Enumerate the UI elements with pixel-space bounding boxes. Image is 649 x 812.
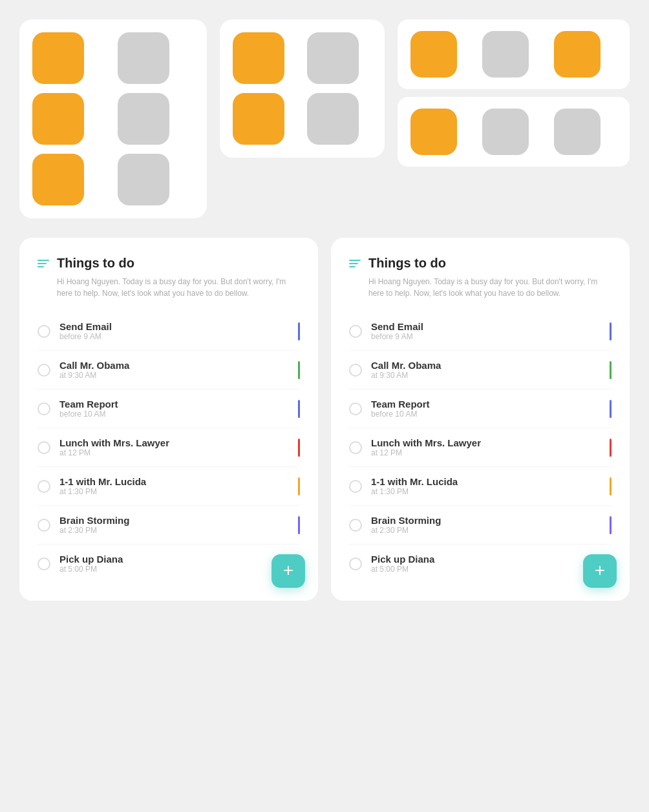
- todo-checkbox[interactable]: [349, 402, 362, 415]
- todo-time: before 9 AM: [59, 332, 293, 341]
- todo-name: Pick up Diana: [371, 554, 604, 565]
- app-icon[interactable]: [233, 32, 284, 84]
- todo-time: at 5:00 PM: [59, 565, 293, 574]
- todo-text: Call Mr. Obama at 9:30 AM: [59, 360, 293, 380]
- todo-indicator: [298, 439, 300, 457]
- todo-card-right: Things to do Hi Hoang Nguyen. Today is a…: [331, 238, 630, 601]
- app-icon[interactable]: [118, 154, 169, 205]
- todo-name: 1-1 with Mr. Lucida: [371, 476, 604, 487]
- todo-indicator: [298, 400, 300, 418]
- todo-time: before 10 AM: [59, 410, 293, 419]
- todo-checkbox[interactable]: [349, 519, 362, 532]
- todo-list-left: Send Email before 9 AM Call Mr. Obama at…: [37, 312, 300, 583]
- todo-indicator: [298, 516, 300, 534]
- todo-item: Call Mr. Obama at 9:30 AM: [37, 351, 300, 390]
- todo-indicator: [298, 477, 300, 495]
- top-section: [19, 19, 630, 218]
- todo-checkbox[interactable]: [349, 480, 362, 493]
- icon-grid-1: [32, 32, 194, 205]
- app-icon[interactable]: [233, 93, 284, 145]
- todo-subtitle-left: Hi Hoang Nguyen. Today is a busy day for…: [37, 276, 300, 299]
- todo-item: 1-1 with Mr. Lucida at 1:30 PM: [349, 467, 612, 506]
- todo-indicator: [610, 439, 612, 457]
- todo-name: Call Mr. Obama: [371, 360, 604, 371]
- todo-time: at 2:30 PM: [371, 526, 604, 535]
- todo-indicator: [610, 477, 612, 495]
- app-grid-card-2: [220, 19, 385, 158]
- todo-checkbox[interactable]: [349, 557, 362, 570]
- todo-text: Pick up Diana at 5:00 PM: [371, 554, 604, 574]
- todo-list-right: Send Email before 9 AM Call Mr. Obama at…: [349, 312, 612, 583]
- todo-text: Brain Storming at 2:30 PM: [59, 515, 293, 535]
- todo-indicator: [610, 400, 612, 418]
- todo-checkbox[interactable]: [37, 480, 50, 493]
- todo-checkbox[interactable]: [37, 402, 50, 415]
- todo-checkbox[interactable]: [37, 364, 50, 377]
- todo-name: Call Mr. Obama: [59, 360, 293, 371]
- filter-icon[interactable]: [37, 260, 49, 267]
- icon-grid-2: [233, 32, 372, 145]
- todo-header-left: Things to do: [37, 256, 300, 271]
- todo-indicator: [610, 361, 612, 379]
- todo-indicator: [610, 322, 612, 340]
- todo-checkbox[interactable]: [349, 364, 362, 377]
- app-icon[interactable]: [307, 32, 359, 84]
- todo-item: Brain Storming at 2:30 PM: [37, 506, 300, 545]
- todo-text: Call Mr. Obama at 9:30 AM: [371, 360, 604, 380]
- todo-name: Lunch with Mrs. Lawyer: [371, 437, 604, 448]
- todo-checkbox[interactable]: [37, 519, 50, 532]
- todo-text: Team Report before 10 AM: [59, 399, 293, 419]
- todo-time: before 9 AM: [371, 332, 604, 341]
- todo-card-left: Things to do Hi Hoang Nguyen. Today is a…: [19, 238, 318, 601]
- app-icon[interactable]: [118, 32, 169, 84]
- todo-item: Call Mr. Obama at 9:30 AM: [349, 351, 612, 390]
- todo-time: at 1:30 PM: [59, 487, 293, 496]
- todo-time: at 5:00 PM: [371, 565, 604, 574]
- icon-row-1: [410, 31, 617, 78]
- todo-text: 1-1 with Mr. Lucida at 1:30 PM: [371, 476, 604, 496]
- todo-checkbox[interactable]: [349, 441, 362, 454]
- todo-time: before 10 AM: [371, 410, 604, 419]
- todo-indicator: [298, 361, 300, 379]
- todo-item: Pick up Diana at 5:00 PM: [37, 545, 300, 583]
- todo-title-right: Things to do: [368, 256, 446, 271]
- filter-icon[interactable]: [349, 260, 361, 267]
- todo-name: Team Report: [371, 399, 604, 410]
- todo-time: at 1:30 PM: [371, 487, 604, 496]
- todo-name: Send Email: [59, 321, 293, 332]
- app-icon[interactable]: [482, 31, 529, 78]
- todo-time: at 12 PM: [59, 448, 293, 457]
- todo-name: Team Report: [59, 399, 293, 410]
- app-icon[interactable]: [118, 93, 169, 145]
- todo-text: 1-1 with Mr. Lucida at 1:30 PM: [59, 476, 293, 496]
- app-icon[interactable]: [554, 109, 601, 155]
- todo-time: at 9:30 AM: [371, 371, 604, 380]
- todo-checkbox[interactable]: [37, 557, 50, 570]
- todo-text: Lunch with Mrs. Lawyer at 12 PM: [371, 437, 604, 457]
- todo-name: 1-1 with Mr. Lucida: [59, 476, 293, 487]
- app-icon[interactable]: [32, 32, 84, 84]
- todo-text: Pick up Diana at 5:00 PM: [59, 554, 293, 574]
- add-task-button-left[interactable]: [271, 554, 305, 588]
- app-icon[interactable]: [410, 31, 457, 78]
- todo-item: Team Report before 10 AM: [349, 390, 612, 428]
- app-icon[interactable]: [32, 93, 84, 145]
- todo-name: Brain Storming: [371, 515, 604, 526]
- app-icon[interactable]: [307, 93, 359, 145]
- icon-row-card-top: [398, 19, 630, 89]
- todo-item: Team Report before 10 AM: [37, 390, 300, 428]
- todo-item: Lunch with Mrs. Lawyer at 12 PM: [37, 428, 300, 467]
- app-icon[interactable]: [482, 109, 529, 155]
- todo-name: Lunch with Mrs. Lawyer: [59, 437, 293, 448]
- todo-checkbox[interactable]: [349, 325, 362, 338]
- todo-item: Send Email before 9 AM: [349, 312, 612, 351]
- todo-header-right: Things to do: [349, 256, 612, 271]
- todo-checkbox[interactable]: [37, 325, 50, 338]
- todo-indicator: [298, 322, 300, 340]
- todo-checkbox[interactable]: [37, 441, 50, 454]
- todo-name: Brain Storming: [59, 515, 293, 526]
- app-icon[interactable]: [32, 154, 84, 205]
- app-icon[interactable]: [554, 31, 601, 78]
- add-task-button-right[interactable]: [583, 554, 617, 588]
- app-icon[interactable]: [410, 109, 457, 155]
